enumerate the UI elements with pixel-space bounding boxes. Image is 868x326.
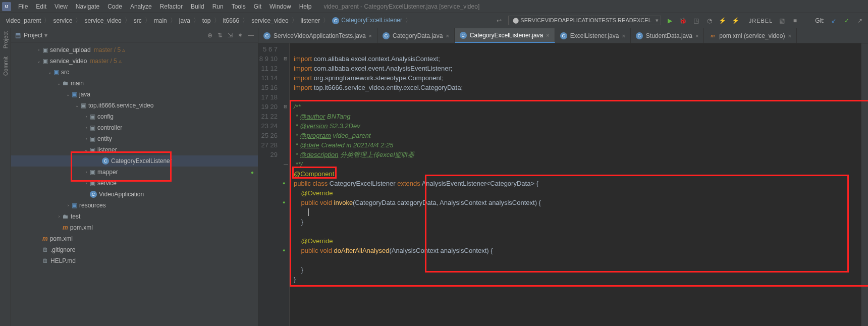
- crumb-9[interactable]: listener: [299, 17, 322, 24]
- project-title[interactable]: Project: [24, 32, 42, 39]
- coverage-icon[interactable]: ◳: [692, 17, 700, 25]
- tree-arrow-icon[interactable]: ›: [56, 214, 63, 219]
- jrebel-tool-icon[interactable]: ▧: [778, 17, 786, 25]
- project-tool-button[interactable]: Project: [3, 31, 9, 48]
- code-content[interactable]: import com.alibaba.excel.context.Analysi…: [290, 43, 861, 326]
- tree-arrow-icon[interactable]: ⌄: [46, 70, 53, 75]
- tree-node-categoryexcellistener[interactable]: CCategoryExcelListener: [11, 155, 258, 167]
- menu-refactor[interactable]: Refactor: [156, 2, 187, 12]
- menu-build[interactable]: Build: [187, 2, 208, 12]
- editor[interactable]: 5 6 7 8 9 10 11 12 13 14 15 16 17 18 19 …: [258, 43, 868, 326]
- tree-label: VideoApplication: [99, 191, 144, 198]
- close-icon[interactable]: ×: [622, 33, 625, 39]
- close-icon[interactable]: ×: [446, 33, 449, 39]
- crumb-10[interactable]: CCategoryExcelListener: [330, 17, 404, 24]
- crumb-1[interactable]: service: [51, 17, 74, 24]
- select-opened-icon[interactable]: ⊕: [207, 32, 212, 39]
- menu-navigate[interactable]: Navigate: [72, 2, 103, 12]
- git-commit-icon[interactable]: ✓: [843, 17, 851, 25]
- menu-window[interactable]: Window: [265, 2, 295, 12]
- tree-node-config[interactable]: ›▣config: [11, 111, 258, 122]
- tree-arrow-icon[interactable]: ›: [83, 170, 90, 175]
- tree-node-service-upload[interactable]: ›▣service_uploadmaster / 5 ▵: [11, 44, 258, 56]
- tree-arrow-icon[interactable]: ⌄: [35, 59, 42, 64]
- tab-studentdata-java[interactable]: CStudentData.java×: [631, 28, 704, 43]
- tree-arrow-icon[interactable]: ›: [35, 47, 42, 52]
- tree-node-src[interactable]: ⌄▣src: [11, 67, 258, 78]
- menu-run[interactable]: Run: [208, 2, 228, 12]
- editor-scrollbar[interactable]: [861, 43, 868, 326]
- profile-icon[interactable]: ◔: [706, 17, 714, 25]
- git-update-icon[interactable]: ↙: [830, 17, 838, 25]
- tree-arrow-icon[interactable]: ⌄: [74, 103, 81, 108]
- folder-icon: ▣: [90, 124, 95, 131]
- tab-excellistener-java[interactable]: CExcelListener.java×: [555, 28, 631, 43]
- crumb-4[interactable]: main: [152, 17, 169, 24]
- tab-categorydata-java[interactable]: CCategoryData.java×: [377, 28, 455, 43]
- maven-icon: m: [709, 32, 716, 39]
- git-push-icon[interactable]: ↗: [856, 17, 864, 25]
- tab-categoryexcellistener-java[interactable]: CCategoryExcelListener.java×: [455, 28, 555, 43]
- crumb-0[interactable]: video_parent: [4, 17, 43, 24]
- crumb-7[interactable]: it6666: [221, 17, 242, 24]
- close-icon[interactable]: ×: [369, 33, 372, 39]
- tree-node-controller[interactable]: ›▣controller: [11, 122, 258, 133]
- tree-node-resources[interactable]: ›▣resources: [11, 200, 258, 211]
- back-icon[interactable]: ↩: [495, 17, 503, 25]
- crumb-3[interactable]: src: [132, 17, 144, 24]
- tree-arrow-icon[interactable]: ›: [83, 125, 90, 130]
- tree-arrow-icon[interactable]: ⌄: [56, 81, 63, 86]
- menu-help[interactable]: Help: [295, 2, 316, 12]
- close-icon[interactable]: ×: [788, 33, 791, 39]
- commit-tool-button[interactable]: Commit: [3, 57, 9, 76]
- tree-node-pom-xml[interactable]: mpom.xml: [11, 233, 258, 244]
- settings-icon[interactable]: ✶: [238, 32, 243, 39]
- menu-view[interactable]: View: [50, 2, 72, 12]
- tab-servicevideoapplicationtests-java[interactable]: CServiceVideoApplicationTests.java×: [258, 28, 377, 43]
- tree-arrow-icon[interactable]: ⌄: [83, 147, 90, 152]
- tree-node--gitignore[interactable]: 🗎.gitignore: [11, 244, 258, 255]
- tree-node-service-video[interactable]: ⌄▣service_videomaster / 5 ▵: [11, 56, 258, 67]
- tree-arrow-icon[interactable]: ›: [83, 136, 90, 141]
- jrebel-debug-icon[interactable]: ⚡: [732, 17, 740, 25]
- tree-arrow-icon[interactable]: ›: [83, 181, 90, 186]
- crumb-5[interactable]: java: [177, 17, 192, 24]
- tree-node-top-it6666-service-video[interactable]: ⌄▣top.it6666.service_video: [11, 100, 258, 111]
- close-icon[interactable]: ×: [695, 33, 698, 39]
- run-config-selector[interactable]: ⬤ SERVICEVIDEOAPPLICATIONTESTS.READEXCEL: [508, 16, 661, 25]
- tree-arrow-icon[interactable]: ›: [83, 114, 90, 119]
- tree-node-listener[interactable]: ⌄▣listener: [11, 144, 258, 155]
- hide-icon[interactable]: —: [248, 32, 254, 39]
- expand-all-icon[interactable]: ⇅: [218, 32, 223, 39]
- tree-arrow-icon[interactable]: ⌄: [65, 92, 72, 97]
- tree-arrow-icon[interactable]: ›: [65, 203, 72, 208]
- menu-git[interactable]: Git: [250, 2, 265, 12]
- crumb-6[interactable]: top: [200, 17, 213, 24]
- menu-file[interactable]: File: [14, 2, 32, 12]
- crumb-2[interactable]: service_video: [82, 17, 123, 24]
- project-tree[interactable]: ›▣service_uploadmaster / 5 ▵⌄▣service_vi…: [11, 42, 258, 268]
- collapse-all-icon[interactable]: ⇲: [228, 32, 233, 39]
- tree-label: test: [71, 213, 80, 220]
- tab-pom-xml-service-video-[interactable]: mpom.xml (service_video)×: [704, 28, 796, 43]
- jrebel-run-icon[interactable]: ⚡: [719, 17, 727, 25]
- tree-node-java[interactable]: ⌄▣java: [11, 89, 258, 100]
- tree-node-videoapplication[interactable]: CVideoApplication: [11, 189, 258, 200]
- tree-node-service[interactable]: ›▣service: [11, 178, 258, 189]
- menu-code[interactable]: Code: [103, 2, 126, 12]
- project-dropdown-icon[interactable]: ▾: [44, 32, 47, 39]
- tree-node-mapper[interactable]: ›▣mapper●: [11, 167, 258, 178]
- stop-icon[interactable]: ■: [791, 17, 799, 25]
- tree-node-pom-xml[interactable]: mpom.xml: [11, 222, 258, 233]
- tree-node-main[interactable]: ⌄🖿main: [11, 78, 258, 89]
- menu-edit[interactable]: Edit: [32, 2, 50, 12]
- crumb-8[interactable]: service_video: [249, 17, 290, 24]
- close-icon[interactable]: ×: [546, 32, 549, 38]
- menu-tools[interactable]: Tools: [228, 2, 250, 12]
- debug-icon[interactable]: 🐞: [679, 17, 687, 25]
- run-icon[interactable]: ▶: [666, 17, 674, 25]
- tree-node-help-md[interactable]: 🗎HELP.md: [11, 255, 258, 266]
- menu-analyze[interactable]: Analyze: [126, 2, 156, 12]
- tree-node-test[interactable]: ›🖿test: [11, 211, 258, 222]
- tree-node-entity[interactable]: ›▣entity: [11, 133, 258, 144]
